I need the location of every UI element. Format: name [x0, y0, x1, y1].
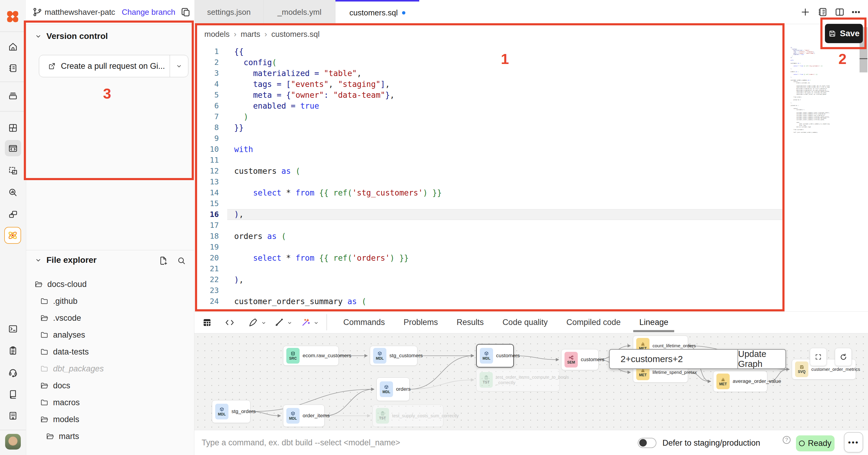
tab-settings-json[interactable]: settings.json: [194, 0, 264, 24]
command-input[interactable]: [201, 430, 594, 455]
tab-customers-sql[interactable]: customers.sql: [336, 0, 419, 24]
tree-item-data-tests[interactable]: data-tests: [26, 343, 194, 360]
tree-item-analyses[interactable]: analyses: [26, 326, 194, 343]
help-icon[interactable]: ?: [783, 436, 790, 444]
new-file-icon[interactable]: [158, 256, 168, 265]
lineage-node-avg_order_value[interactable]: METaverage_order_value: [713, 371, 767, 392]
lineage-node-raw_customers[interactable]: SRCecom.raw_customers: [283, 346, 339, 366]
tree-item-docs-cloud[interactable]: docs-cloud: [26, 276, 194, 293]
windows-icon[interactable]: [8, 209, 18, 219]
code-line-10[interactable]: 10with: [194, 144, 868, 155]
code-line-13[interactable]: 13: [194, 176, 868, 188]
lineage-node-customers_sem[interactable]: SEMcustomers: [561, 349, 598, 370]
results-table-icon[interactable]: [202, 317, 212, 328]
save-button[interactable]: Save: [825, 24, 863, 43]
code-line-15[interactable]: 15: [194, 198, 868, 209]
copy-branch-icon[interactable]: [180, 7, 191, 18]
create-pr-button[interactable]: Create a pull request on Gi...: [39, 55, 188, 77]
defer-toggle[interactable]: [638, 438, 656, 448]
preview-pen-icon[interactable]: [248, 317, 258, 328]
headset-icon[interactable]: [8, 367, 18, 377]
journal-icon[interactable]: [817, 7, 828, 18]
code-line-4[interactable]: 4 tags = ["events", "staging"],: [194, 79, 868, 90]
dbt-copilot-icon[interactable]: [4, 227, 21, 244]
more-options-icon[interactable]: [850, 7, 861, 18]
tree-item--github[interactable]: .github: [26, 293, 194, 310]
lineage-node-stg_customers[interactable]: MDLstg_customers: [370, 346, 417, 366]
tree-item-macros[interactable]: macros: [26, 394, 194, 411]
user-avatar[interactable]: [5, 434, 21, 450]
tree-item-models[interactable]: models: [26, 411, 194, 428]
lineage-node-order_items[interactable]: MDLorder_items: [283, 405, 324, 427]
dbt-logo[interactable]: [6, 10, 20, 24]
lineage-node-test_supply[interactable]: TSTtest_supply_costs_sum_correctly: [373, 405, 443, 427]
panel-tab-code-quality[interactable]: Code quality: [502, 312, 548, 333]
code-line-3[interactable]: 3 materialized = "table",: [194, 68, 868, 79]
tree-item-docs[interactable]: docs: [26, 377, 194, 394]
code-line-1[interactable]: 1{{: [194, 46, 868, 57]
code-line-8[interactable]: 8}}: [194, 122, 868, 133]
lineage-graph[interactable]: SRCecom.raw_customersMDLstg_customersMDL…: [194, 333, 868, 430]
breadcrumb-item[interactable]: customers.sql: [271, 30, 319, 39]
code-line-24[interactable]: 24customer_orders_summary as (: [194, 296, 868, 307]
code-editor-icon[interactable]: [8, 143, 18, 153]
code-line-14[interactable]: 14 select * from {{ ref('stg_customers')…: [194, 188, 868, 198]
code-line-11[interactable]: 11: [194, 155, 868, 166]
minimap[interactable]: {{ config( materialized = "table", tags …: [790, 47, 830, 133]
code-line-22[interactable]: 22),: [194, 274, 868, 285]
panel-tab-commands[interactable]: Commands: [343, 312, 385, 333]
code-lines[interactable]: 1{{2 config(3 materialized = "table",4 t…: [194, 46, 868, 307]
fullscreen-button[interactable]: [810, 348, 827, 366]
change-branch-link[interactable]: Change branch: [122, 7, 176, 17]
canvas-select-icon[interactable]: [8, 166, 18, 176]
ai-fix-icon[interactable]: [301, 317, 311, 328]
ai-fix-chevron-icon[interactable]: [313, 320, 319, 326]
tab-models-yml[interactable]: _models.yml: [264, 0, 336, 24]
refresh-graph-button[interactable]: [835, 348, 852, 366]
panel-tab-lineage[interactable]: Lineage: [639, 312, 668, 333]
code-line-20[interactable]: 20 select * from {{ ref('orders') }}: [194, 253, 868, 263]
version-control-header[interactable]: Version control: [34, 31, 108, 41]
format-chevron-icon[interactable]: [287, 320, 293, 326]
tree-item--vscode[interactable]: .vscode: [26, 310, 194, 326]
tree-item-dbt-packages[interactable]: dbt_packages: [26, 360, 194, 377]
lineage-node-orders[interactable]: MDLorders: [376, 377, 410, 401]
panel-tab-problems[interactable]: Problems: [404, 312, 438, 333]
code-view-icon[interactable]: [224, 317, 235, 328]
code-line-7[interactable]: 7 ): [194, 111, 868, 122]
lineage-search-input[interactable]: [610, 350, 738, 368]
file-search-icon[interactable]: [177, 256, 186, 265]
lineage-node-stg_orders[interactable]: MDLstg_orders: [212, 400, 250, 423]
new-tab-icon[interactable]: [800, 7, 811, 18]
split-pane-icon[interactable]: [834, 7, 845, 18]
code-line-9[interactable]: 9: [194, 133, 868, 144]
tree-item-marts[interactable]: marts: [26, 428, 194, 445]
docs-book-icon[interactable]: [8, 389, 18, 399]
file-explorer-header[interactable]: File explorer: [34, 255, 97, 265]
home-icon[interactable]: [8, 41, 18, 52]
clipboard-icon[interactable]: [8, 345, 18, 356]
panel-tab-compiled-code[interactable]: Compiled code: [566, 312, 621, 333]
explore-search-icon[interactable]: [8, 188, 18, 198]
archive-icon[interactable]: [8, 91, 18, 101]
code-line-18[interactable]: 18orders as (: [194, 231, 868, 242]
dashboard-icon[interactable]: [8, 123, 18, 133]
more-actions-button[interactable]: •••: [844, 432, 863, 453]
code-line-23[interactable]: 23: [194, 285, 868, 296]
terminal-icon[interactable]: [8, 324, 18, 334]
organization-icon[interactable]: [8, 410, 18, 421]
lineage-node-test_order_items[interactable]: TSTtest_order_items_compute_to_bools_cor…: [476, 368, 560, 391]
preview-chevron-icon[interactable]: [261, 320, 267, 326]
code-line-5[interactable]: 5 meta = {"owner": "data-team"},: [194, 90, 868, 101]
notebook-icon[interactable]: [8, 63, 18, 73]
code-line-2[interactable]: 2 config(: [194, 57, 868, 68]
code-line-16[interactable]: 16),: [194, 209, 868, 220]
update-graph-button[interactable]: Update Graph: [738, 350, 785, 368]
panel-tab-results[interactable]: Results: [457, 312, 484, 333]
code-line-21[interactable]: 21: [194, 263, 868, 274]
pr-dropdown-chevron[interactable]: [170, 55, 188, 77]
code-line-17[interactable]: 17: [194, 220, 868, 231]
format-icon[interactable]: [274, 317, 284, 328]
code-line-12[interactable]: 12customers as (: [194, 166, 868, 176]
code-line-19[interactable]: 19: [194, 242, 868, 253]
